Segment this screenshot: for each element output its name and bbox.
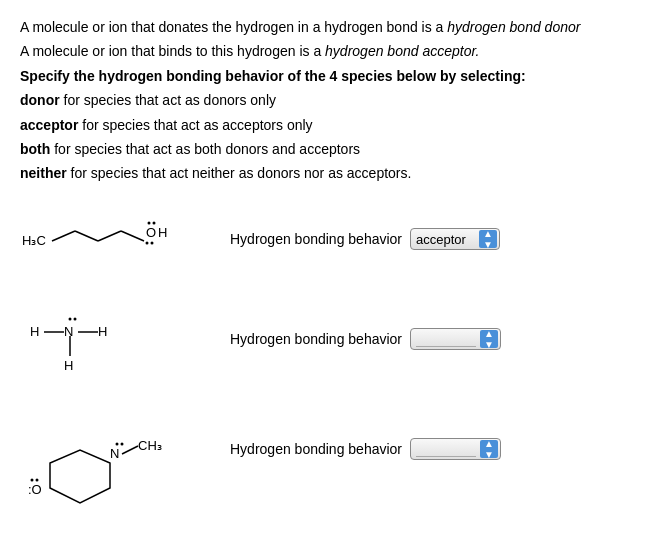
molecule-1-dropdown-arrow: ▲▼ <box>479 230 497 248</box>
intro-line3: Specify the hydrogen bonding behavior of… <box>20 68 526 84</box>
intro-acceptor-rest: for species that act as acceptors only <box>78 117 312 133</box>
svg-text:CH₃: CH₃ <box>138 438 162 453</box>
svg-point-10 <box>151 241 154 244</box>
svg-point-28 <box>36 478 39 481</box>
svg-point-9 <box>146 241 149 244</box>
svg-text:H₃C: H₃C <box>22 233 46 248</box>
molecule-3-select[interactable]: ▲▼ <box>410 438 501 460</box>
intro-neither-bold: neither <box>20 165 67 181</box>
molecule-3-hb-label: Hydrogen bonding behavior <box>230 441 402 457</box>
molecule-2-select[interactable]: ▲▼ <box>410 328 501 350</box>
molecule-1-drawing: H₃C O H <box>20 203 220 276</box>
molecule-1-select-wrapper[interactable]: acceptor ▲▼ <box>410 228 500 250</box>
svg-line-4 <box>121 231 144 241</box>
intro-line1-italic: hydrogen bond donor <box>447 19 580 35</box>
intro-acceptor-bold: acceptor <box>20 117 78 133</box>
svg-text:O: O <box>146 225 156 240</box>
molecule-2-hb-label: Hydrogen bonding behavior <box>230 331 402 347</box>
svg-point-22 <box>116 442 119 445</box>
intro-donor-rest: for species that act as donors only <box>60 92 276 108</box>
svg-point-15 <box>74 317 77 320</box>
molecule-2-dropdown-arrow: ▲▼ <box>480 330 498 348</box>
intro-section: A molecule or ion that donates the hydro… <box>20 16 652 185</box>
molecule-3-selected-value <box>416 441 476 457</box>
svg-text:N: N <box>110 446 119 461</box>
svg-line-2 <box>75 231 98 241</box>
molecule-2-svg: H N H H <box>20 298 215 378</box>
molecule-3-hb-area: Hydrogen bonding behavior ▲▼ <box>220 438 501 460</box>
molecule-3-row: N CH₃ :O Hydrogen bonding behavior ▲▼ <box>20 403 652 521</box>
molecule-1-row: H₃C O H Hydrogen bonding behavior accept… <box>20 203 652 276</box>
intro-donor-bold: donor <box>20 92 60 108</box>
intro-line2: A molecule or ion that binds to this hyd… <box>20 43 325 59</box>
svg-text:H: H <box>98 324 107 339</box>
molecule-3-svg: N CH₃ :O <box>20 408 215 518</box>
intro-neither-rest: for species that act neither as donors n… <box>67 165 412 181</box>
intro-both-bold: both <box>20 141 50 157</box>
svg-point-27 <box>31 478 34 481</box>
svg-text:N: N <box>64 324 73 339</box>
molecule-2-row: H N H H Hydrogen bonding behavior ▲▼ <box>20 298 652 381</box>
svg-text:H: H <box>30 324 39 339</box>
svg-text::O: :O <box>28 482 42 497</box>
svg-line-1 <box>52 231 75 241</box>
molecule-1-select[interactable]: acceptor ▲▼ <box>410 228 500 250</box>
svg-point-14 <box>69 317 72 320</box>
intro-line1: A molecule or ion that donates the hydro… <box>20 19 447 35</box>
intro-both-rest: for species that act as both donors and … <box>50 141 360 157</box>
molecule-3-select-wrapper[interactable]: ▲▼ <box>410 438 501 460</box>
molecule-2-selected-value <box>416 331 476 347</box>
svg-point-7 <box>148 221 151 224</box>
intro-line2-italic: hydrogen bond acceptor. <box>325 43 479 59</box>
molecule-3-dropdown-arrow: ▲▼ <box>480 440 498 458</box>
svg-text:H: H <box>64 358 73 373</box>
molecule-3-drawing: N CH₃ :O <box>20 408 220 521</box>
svg-line-3 <box>98 231 121 241</box>
molecule-1-selected-value: acceptor <box>416 232 475 247</box>
molecule-2-select-wrapper[interactable]: ▲▼ <box>410 328 501 350</box>
svg-point-23 <box>121 442 124 445</box>
svg-marker-20 <box>50 450 110 503</box>
svg-text:H: H <box>158 225 167 240</box>
molecule-1-hb-label: Hydrogen bonding behavior <box>230 231 402 247</box>
svg-point-8 <box>153 221 156 224</box>
molecule-2-drawing: H N H H <box>20 298 220 381</box>
molecule-1-svg: H₃C O H <box>20 203 215 273</box>
svg-line-24 <box>122 446 138 454</box>
